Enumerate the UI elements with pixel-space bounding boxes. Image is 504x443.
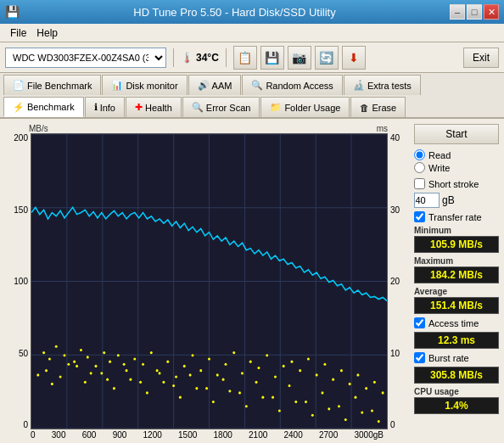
svg-point-16 [55,345,58,348]
svg-point-30 [166,361,169,363]
x-900: 900 [113,430,127,440]
svg-point-66 [189,373,192,376]
main-content: MB/s ms 200 150 100 50 0 [0,119,504,443]
toolbar-btn-3[interactable]: 📷 [288,46,311,70]
drive-selector[interactable]: WDC WD3003FZEX-00Z4SA0 (3000 GB) [5,48,166,68]
svg-point-47 [307,357,310,360]
svg-point-76 [355,396,357,399]
average-group: Average 151.4 MB/s [414,287,499,314]
y-right-30: 30 [390,205,400,215]
access-time-checkbox-label[interactable]: Access time [414,317,499,328]
x-2700: 2700 [319,430,338,440]
svg-point-80 [67,363,70,366]
tab-folder-usage[interactable]: 📁 Folder Usage [260,97,350,117]
thermometer-icon: 🌡️ [181,52,193,64]
svg-point-77 [371,409,373,412]
tab-file-benchmark[interactable]: 📄 File Benchmark [3,75,101,95]
y-axis-right: 40 30 20 10 0 [388,133,409,429]
disk-monitor-icon: 📊 [111,80,123,91]
toolbar: WDC WD3003FZEX-00Z4SA0 (3000 GB) 🌡️ 34°C… [0,42,504,73]
x-axis-labels: 0 300 600 900 1200 1500 1800 2100 2400 2… [5,429,409,440]
svg-point-53 [356,373,359,376]
svg-point-75 [338,405,340,407]
exit-button[interactable]: Exit [463,48,499,68]
axis-top-labels: MB/s ms [5,124,409,133]
svg-point-33 [192,354,194,356]
minimum-label: Minimum [414,226,499,235]
short-stroke-row: gB [414,193,499,208]
burst-rate-checkbox[interactable] [414,352,425,363]
start-button[interactable]: Start [414,124,499,144]
burst-rate-value: 305.8 MB/s [414,367,499,384]
svg-point-37 [225,363,227,366]
svg-point-71 [272,396,274,399]
svg-point-79 [51,383,53,385]
svg-point-59 [76,365,78,367]
x-1500: 1500 [178,430,197,440]
toolbar-btn-4[interactable]: 🔄 [315,46,339,70]
svg-point-64 [156,369,159,372]
svg-point-52 [349,383,351,385]
tab-error-scan-label: Error Scan [206,103,251,113]
svg-point-89 [212,401,215,403]
tab-error-scan[interactable]: 🔍 Error Scan [182,97,260,117]
x-1200: 1200 [143,430,162,440]
y-left-100: 100 [14,277,28,286]
write-radio[interactable] [414,162,425,173]
write-radio-label[interactable]: Write [414,162,499,173]
access-time-checkbox[interactable] [414,317,425,328]
tab-health[interactable]: ✚ Health [126,97,182,117]
svg-point-14 [42,351,45,354]
svg-point-91 [245,405,248,407]
tab-aam[interactable]: 🔊 AAM [188,75,242,95]
short-stroke-input[interactable] [414,193,440,208]
svg-point-87 [179,396,182,399]
window-controls: – □ ✕ [450,4,499,20]
y-right-20: 20 [390,277,400,286]
benchmark-icon: ⚡ [13,102,25,113]
read-radio[interactable] [414,149,425,160]
tab-info[interactable]: ℹ Info [85,97,125,117]
read-radio-label[interactable]: Read [414,149,499,160]
tab-aam-label: AAM [212,81,232,91]
short-stroke-label[interactable]: Short stroke [414,178,499,189]
toolbar-btn-1[interactable]: 📋 [233,46,257,70]
svg-point-46 [299,369,301,372]
minimum-group: Minimum 105.9 MB/s [414,226,499,253]
tab-benchmark-label: Benchmark [27,102,75,112]
menu-bar: File Help [0,24,504,42]
toolbar-btn-2[interactable]: 💾 [260,46,284,70]
tab-benchmark[interactable]: ⚡ Benchmark [3,97,84,117]
tab-extra-tests[interactable]: 🔬 Extra tests [344,75,421,95]
svg-point-74 [322,391,324,394]
close-button[interactable]: ✕ [484,4,499,20]
tab-health-label: Health [145,103,172,113]
average-label: Average [414,287,499,296]
svg-point-44 [283,365,285,367]
error-scan-icon: 🔍 [192,102,204,113]
svg-point-17 [64,354,66,356]
menu-help[interactable]: Help [31,26,63,40]
temperature-display: 🌡️ 34°C [181,52,219,64]
aam-icon: 🔊 [198,80,210,91]
short-stroke-checkbox[interactable] [414,178,425,189]
minimize-button[interactable]: – [450,4,465,20]
maximize-button[interactable]: □ [467,4,482,20]
burst-rate-checkbox-label[interactable]: Burst rate [414,352,499,363]
y-left-0: 0 [23,420,28,429]
svg-point-72 [288,384,291,387]
menu-file[interactable]: File [5,26,31,40]
y-right-10: 10 [390,349,400,358]
svg-point-90 [228,390,231,392]
tab-erase[interactable]: 🗑 Erase [350,97,406,117]
svg-point-25 [126,369,128,372]
toolbar-btn-5[interactable]: ⬇ [342,46,366,70]
tab-random-access[interactable]: 🔍 Random Access [242,75,342,95]
tab-folder-usage-label: Folder Usage [284,103,340,113]
svg-point-31 [175,375,177,378]
tab-disk-monitor[interactable]: 📊 Disk monitor [102,75,187,95]
y-axis-left-label: MB/s [29,124,48,133]
transfer-rate-checkbox[interactable] [414,211,425,222]
transfer-rate-label[interactable]: Transfer rate [414,211,499,222]
svg-point-23 [109,361,111,363]
